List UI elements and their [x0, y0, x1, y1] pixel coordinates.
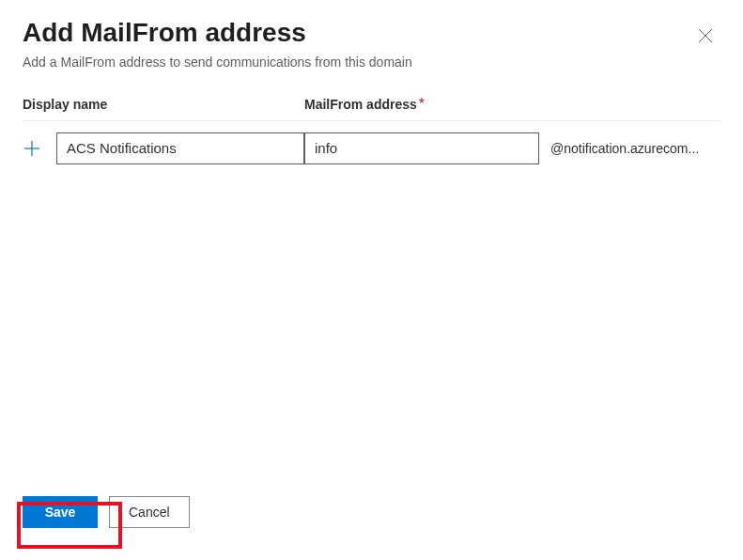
save-button[interactable]: Save: [23, 496, 98, 528]
required-indicator: *: [419, 96, 425, 112]
page-title: Add MailFrom address: [23, 17, 412, 49]
display-name-label: Display name: [23, 97, 107, 112]
cancel-button[interactable]: Cancel: [109, 496, 190, 528]
domain-suffix: @notification.azurecom...: [539, 141, 699, 156]
form-area: Display name MailFrom address* @notifica…: [23, 96, 720, 164]
add-row-button[interactable]: [23, 139, 56, 158]
display-name-input[interactable]: [56, 132, 304, 164]
page-subtitle: Add a MailFrom address to send communica…: [23, 54, 412, 70]
close-icon: [698, 28, 713, 43]
plus-icon: [23, 139, 41, 158]
mailfrom-label: MailFrom address: [304, 97, 417, 112]
mailfrom-input[interactable]: [304, 132, 539, 164]
close-button[interactable]: [690, 21, 720, 51]
